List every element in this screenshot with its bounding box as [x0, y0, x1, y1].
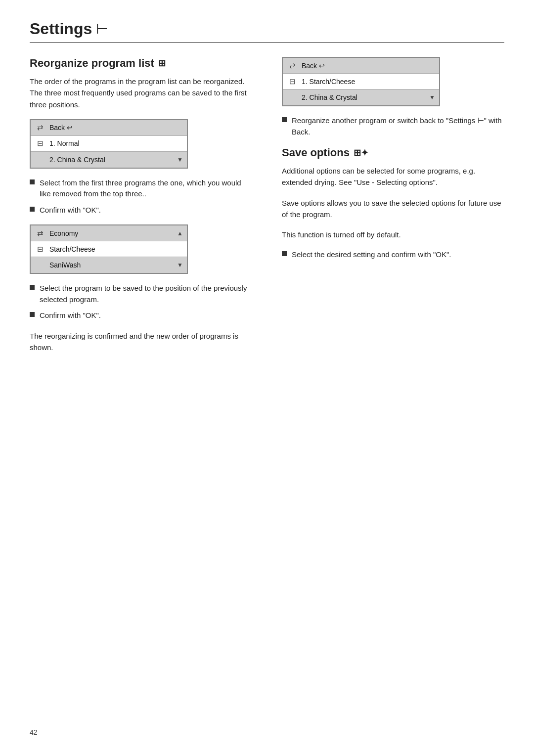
main-content: Reorganize program list ⊞ The order of t…: [30, 57, 504, 362]
save-options-bullet-1-text: Select the desired setting and confirm w…: [292, 249, 451, 261]
display-box-2: ⇄ Economy ▲ ⊟ Starch/Cheese SaniWash ▼: [30, 224, 188, 274]
display3-label-back: Back ↩: [302, 62, 435, 70]
save-options-bullets: Select the desired setting and confirm w…: [282, 249, 504, 261]
display3-row-china: 2. China & Crystal ▼: [283, 89, 439, 105]
display2-arrow-sani: ▼: [177, 262, 183, 268]
settings-icon: ⊢: [96, 21, 108, 37]
display3-arrow-china: ▼: [429, 94, 435, 101]
bullet-list-1: Select from the first three programs the…: [30, 178, 252, 216]
display2-label-sani: SaniWash: [49, 261, 173, 269]
display2-row-economy: ⇄ Economy ▲: [31, 225, 187, 241]
right-column: ⇄ Back ↩ ⊟ 1. Starch/Cheese 2. China & C…: [282, 57, 504, 362]
bullet-2-text-1: Select the program to be saved to the po…: [40, 283, 252, 305]
save-options-para3: This function is turned off by default.: [282, 229, 504, 240]
right-note-list: Reorganize another program or switch bac…: [282, 115, 504, 137]
save-options-para1: Additional options can be selected for s…: [282, 165, 504, 188]
save-options-title-text: Save options: [282, 146, 350, 159]
display2-label-economy: Economy: [49, 229, 173, 237]
save-options-para2: Save options allows you to save the sele…: [282, 197, 504, 221]
display1-arrow-china: ▼: [177, 156, 183, 163]
display1-label-back: Back ↩: [49, 124, 183, 132]
display2-icon-starch: ⊟: [35, 245, 45, 254]
reorganize-conclusion: The reorganizing is confirmed and the ne…: [30, 330, 252, 354]
save-options-icon: ⊞✦: [354, 147, 368, 158]
reorganize-icon: ⊞: [158, 58, 166, 69]
display1-icon-back: ⇄: [35, 123, 45, 132]
bullet-2-item-2: Confirm with "OK".: [30, 310, 252, 321]
reorganize-title: Reorganize program list ⊞: [30, 57, 252, 70]
bullet-1-item-1: Select from the first three programs the…: [30, 178, 252, 200]
display1-row-back: ⇄ Back ↩: [31, 120, 187, 136]
left-column: Reorganize program list ⊞ The order of t…: [30, 57, 252, 362]
display3-icon-starch: ⊟: [287, 77, 298, 86]
display2-row-sani: SaniWash ▼: [31, 257, 187, 273]
bullet-1-text-2: Confirm with "OK".: [40, 205, 101, 216]
save-options-sq-1: [282, 251, 287, 256]
display3-label-starch: 1. Starch/Cheese: [302, 78, 435, 86]
display-box-1: ⇄ Back ↩ ⊟ 1. Normal 2. China & Crystal …: [30, 119, 188, 169]
display3-row-starch: ⊟ 1. Starch/Cheese: [283, 74, 439, 89]
page-title: Settings ⊢: [30, 20, 504, 38]
right-note-sq: [282, 117, 287, 122]
display2-icon-economy: ⇄: [35, 229, 45, 238]
display3-label-china: 2. China & Crystal: [302, 93, 425, 101]
bullet-2-item-1: Select the program to be saved to the po…: [30, 283, 252, 305]
display2-row-starch: ⊟ Starch/Cheese: [31, 241, 187, 257]
title-divider: [30, 42, 504, 43]
display1-icon-normal: ⊟: [35, 139, 45, 148]
reorganize-title-text: Reorganize program list: [30, 57, 154, 70]
bullet-2-sq-2: [30, 312, 35, 317]
bullet-1-item-2: Confirm with "OK".: [30, 205, 252, 216]
display1-row-normal: ⊟ 1. Normal: [31, 136, 187, 152]
display3-row-back: ⇄ Back ↩: [283, 58, 439, 74]
display3-icon-back: ⇄: [287, 61, 298, 70]
bullet-2-sq-1: [30, 285, 35, 290]
display1-row-china: 2. China & Crystal ▼: [31, 152, 187, 168]
display-box-3: ⇄ Back ↩ ⊟ 1. Starch/Cheese 2. China & C…: [282, 57, 440, 106]
bullet-2-text-2: Confirm with "OK".: [40, 310, 101, 321]
display2-label-starch: Starch/Cheese: [49, 245, 183, 253]
bullet-1-sq-2: [30, 207, 35, 212]
bullet-1-text-1: Select from the first three programs the…: [40, 178, 252, 200]
page-number: 42: [30, 728, 38, 736]
bullet-1-sq-1: [30, 179, 35, 184]
page-title-text: Settings: [30, 20, 92, 38]
reorganize-description: The order of the programs in the program…: [30, 76, 252, 110]
save-options-title: Save options ⊞✦: [282, 146, 504, 159]
display1-label-normal: 1. Normal: [49, 139, 183, 147]
display1-label-china: 2. China & Crystal: [49, 156, 173, 164]
save-options-bullet-1: Select the desired setting and confirm w…: [282, 249, 504, 261]
bullet-list-2: Select the program to be saved to the po…: [30, 283, 252, 321]
right-note-item: Reorganize another program or switch bac…: [282, 115, 504, 137]
right-note-text: Reorganize another program or switch bac…: [292, 115, 504, 137]
display2-arrow-economy: ▲: [177, 230, 183, 237]
